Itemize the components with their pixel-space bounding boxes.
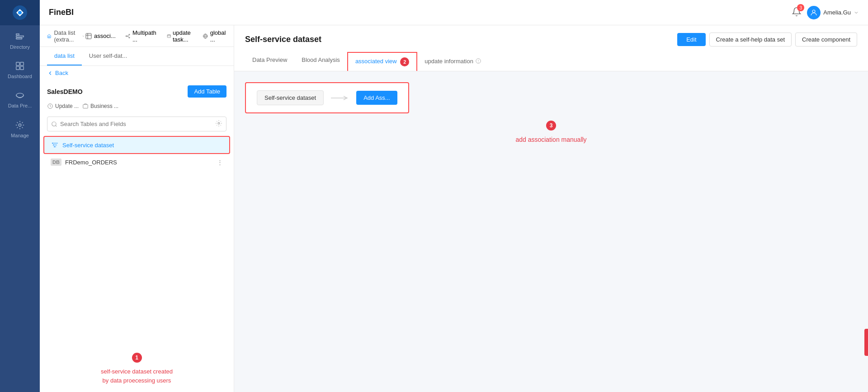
update-icon: [47, 103, 53, 109]
more-icon[interactable]: ⋮: [217, 159, 223, 166]
svg-line-20: [56, 125, 57, 126]
svg-point-14: [129, 37, 130, 38]
tab-user-self-dat[interactable]: User self-dat...: [82, 47, 135, 65]
svg-point-12: [126, 35, 127, 36]
search-input[interactable]: [60, 121, 212, 127]
back-label: Back: [55, 70, 68, 76]
breadcrumb[interactable]: Data list (extra...: [47, 29, 85, 43]
table-item-frdemo-name: FRDemo_ORDERS: [65, 159, 117, 166]
associ-label: associ...: [94, 33, 116, 39]
left-panel: Data list (extra... associ...: [40, 25, 234, 392]
svg-point-13: [129, 34, 130, 35]
svg-point-19: [52, 121, 56, 126]
search-icon: [51, 121, 57, 127]
dataset-item-self-service[interactable]: Self-service dataset: [43, 136, 230, 154]
sidebar-item-manage-label: Manage: [11, 133, 29, 139]
info-icon: [475, 58, 481, 64]
update-task-action[interactable]: update task...: [167, 29, 194, 43]
svg-rect-2: [16, 34, 19, 35]
filter-icon[interactable]: [215, 120, 222, 128]
back-button[interactable]: Back: [40, 66, 234, 80]
notification-badge: 3: [797, 4, 804, 11]
dataset-title: Self-service dataset: [245, 35, 321, 44]
update-task-label: update task...: [173, 29, 193, 43]
user-avatar: [807, 6, 821, 19]
annotation-2-circle: 2: [400, 57, 409, 66]
edit-button[interactable]: Edit: [677, 33, 705, 46]
svg-rect-7: [16, 66, 19, 70]
content-area: Data list (extra... associ...: [40, 25, 868, 392]
topbar: FineBI 3 Amelia.Gu: [40, 0, 868, 25]
back-arrow-icon: [47, 70, 53, 76]
update-sub-item[interactable]: Update ...: [47, 103, 79, 109]
sidebar-item-manage[interactable]: Manage: [0, 114, 40, 143]
search-bar: [47, 117, 226, 131]
notification-button[interactable]: 3: [792, 7, 802, 18]
chevron-down-icon: [854, 10, 859, 15]
table-item-frdemo[interactable]: DB FRDemo_ORDERS ⋮: [43, 155, 230, 169]
sidebar-item-data-preview[interactable]: Data Pre...: [0, 84, 40, 113]
sidebar-item-directory[interactable]: Directory: [0, 25, 40, 55]
create-component-button[interactable]: Create component: [795, 33, 857, 47]
associ-action[interactable]: associ...: [85, 33, 116, 40]
left-tabs-bar: data list User self-dat...: [40, 47, 234, 66]
sidebar: Directory Dashboard Data Pre... Manage: [0, 0, 40, 392]
annotation-1-text: self-service dataset createdby data proe…: [47, 367, 226, 385]
left-toolbar: SalesDEMO Add Table: [40, 80, 234, 103]
right-header-top: Self-service dataset Edit Create a self-…: [245, 33, 857, 47]
multipath-icon: [125, 33, 131, 40]
user-name: Amelia.Gu: [823, 9, 851, 16]
dataset-list: Self-service dataset DB FRDemo_ORDERS ⋮: [40, 135, 234, 345]
assoc-dataset-label: Self-service dataset: [257, 90, 324, 105]
svg-point-24: [54, 146, 54, 147]
annotation-3-text: add association manually: [245, 136, 857, 143]
topbar-right: 3 Amelia.Gu: [792, 6, 859, 19]
svg-rect-3: [16, 36, 24, 37]
dataset-item-self-service-name: Self-service dataset: [62, 142, 114, 149]
topbar-left: FineBI: [49, 8, 74, 17]
annotation-3-container: 3 add association manually: [245, 121, 857, 143]
global-action[interactable]: global ...: [203, 29, 227, 43]
svg-rect-18: [83, 105, 88, 108]
flow-icon: [52, 141, 59, 149]
chevron-down-icon2: [82, 33, 85, 39]
right-tabs: Data Preview Blood Analysis associated v…: [245, 52, 857, 71]
app-logo[interactable]: [0, 0, 40, 25]
svg-point-22: [52, 143, 52, 143]
main-area: FineBI 3 Amelia.Gu: [40, 0, 868, 392]
sidebar-item-directory-label: Directory: [10, 44, 30, 50]
tab-associated-view[interactable]: associated view 2: [347, 52, 417, 71]
svg-point-1: [18, 11, 22, 14]
svg-rect-6: [20, 62, 24, 65]
multipath-action[interactable]: Multipath ...: [125, 29, 158, 43]
svg-point-27: [478, 62, 479, 62]
business-icon: [82, 103, 89, 109]
create-selfhelp-button[interactable]: Create a self-help data set: [709, 33, 792, 47]
user-info[interactable]: Amelia.Gu: [807, 6, 859, 19]
tab-blood-analysis[interactable]: Blood Analysis: [294, 52, 347, 71]
folder-name: SalesDEMO: [47, 88, 83, 95]
right-header: Self-service dataset Edit Create a self-…: [234, 25, 868, 71]
svg-rect-15: [167, 34, 170, 37]
sidebar-item-dashboard[interactable]: Dashboard: [0, 55, 40, 84]
db-icon: DB: [51, 159, 61, 166]
app-title: FineBI: [49, 8, 74, 17]
scroll-indicator[interactable]: [864, 329, 868, 356]
sidebar-item-data-preview-label: Data Pre...: [8, 103, 32, 109]
add-association-button[interactable]: Add Ass...: [356, 91, 397, 105]
multipath-label: Multipath ...: [132, 29, 158, 43]
annotation-1-container: 1 self-service dataset createdby data pr…: [40, 345, 234, 392]
right-content: Self-service dataset Add Ass... 3 add as: [234, 71, 868, 392]
associ-icon: [85, 33, 92, 40]
business-sub-item[interactable]: Business ...: [82, 103, 118, 109]
tab-data-list[interactable]: data list: [47, 47, 82, 65]
annotation-1-circle: 1: [132, 353, 142, 363]
tab-update-info[interactable]: update information: [417, 52, 489, 71]
sub-items: Update ... Business ...: [40, 103, 234, 113]
update-task-icon: [167, 33, 171, 40]
global-icon: [203, 33, 208, 40]
add-table-button[interactable]: Add Table: [188, 85, 226, 98]
tab-data-preview[interactable]: Data Preview: [245, 52, 294, 71]
right-panel: Self-service dataset Edit Create a self-…: [234, 25, 868, 392]
svg-rect-5: [16, 62, 19, 65]
